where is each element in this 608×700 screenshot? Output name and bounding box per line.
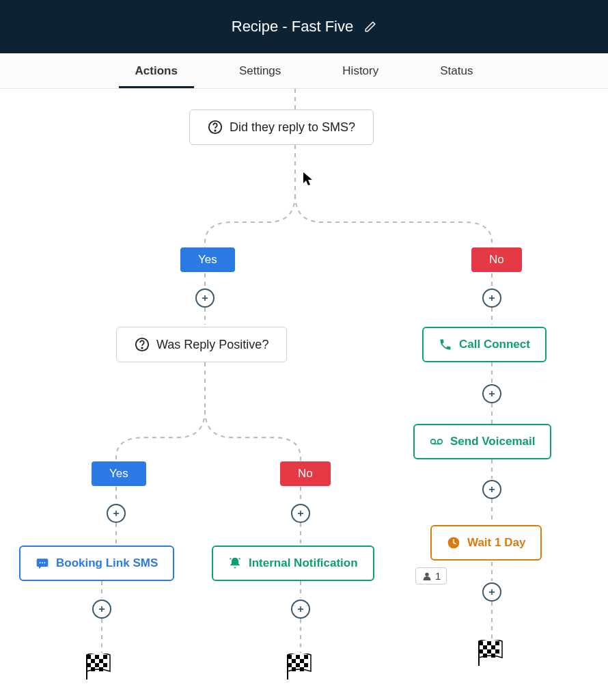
branch-no-1[interactable]: No <box>471 247 522 272</box>
svg-rect-22 <box>296 655 300 659</box>
action-wait-1-day[interactable]: Wait 1 Day <box>430 525 542 561</box>
add-button[interactable] <box>482 582 501 602</box>
add-button[interactable] <box>291 504 310 523</box>
add-button[interactable] <box>195 288 215 308</box>
svg-rect-37 <box>487 649 491 654</box>
decision-reply-sms[interactable]: Did they reply to SMS? <box>189 109 374 145</box>
cursor-icon <box>303 172 313 186</box>
clock-icon <box>447 536 460 550</box>
sms-icon <box>36 556 49 570</box>
svg-rect-23 <box>304 655 308 659</box>
svg-point-7 <box>425 572 428 576</box>
svg-rect-39 <box>483 654 487 658</box>
svg-rect-25 <box>300 659 304 663</box>
page-header: Recipe - Fast Five <box>0 0 608 53</box>
svg-rect-27 <box>296 663 300 667</box>
svg-point-4 <box>431 440 436 444</box>
svg-point-9 <box>42 562 43 563</box>
question-icon <box>208 120 223 135</box>
action-label: Send Voicemail <box>450 435 535 448</box>
tab-settings[interactable]: Settings <box>239 55 281 88</box>
svg-rect-24 <box>292 659 296 663</box>
decision-label: Was Reply Positive? <box>156 338 268 352</box>
action-internal-notification[interactable]: Internal Notification <box>212 546 374 581</box>
svg-rect-13 <box>103 655 107 659</box>
svg-rect-34 <box>483 645 487 649</box>
phone-icon <box>439 338 452 351</box>
svg-point-1 <box>215 130 215 131</box>
add-button[interactable] <box>92 600 111 619</box>
svg-rect-38 <box>495 649 499 654</box>
add-button[interactable] <box>107 504 126 523</box>
action-booking-link-sms[interactable]: Booking Link SMS <box>19 546 174 581</box>
branch-yes-1[interactable]: Yes <box>180 247 235 272</box>
svg-rect-35 <box>491 645 495 649</box>
finish-flag-icon <box>477 640 504 666</box>
action-label: Booking Link SMS <box>56 556 158 570</box>
person-count: 1 <box>435 570 441 582</box>
person-icon <box>422 571 432 582</box>
svg-rect-14 <box>91 659 95 663</box>
tab-bar: Actions Settings History Status <box>0 53 608 89</box>
action-call-connect[interactable]: Call Connect <box>422 327 547 362</box>
tab-status[interactable]: Status <box>440 55 473 88</box>
bell-icon <box>228 556 242 570</box>
decision-label: Did they reply to SMS? <box>230 120 355 135</box>
svg-rect-40 <box>491 654 495 658</box>
svg-point-5 <box>438 440 443 444</box>
svg-rect-32 <box>487 641 491 645</box>
tab-actions[interactable]: Actions <box>135 55 178 88</box>
svg-rect-15 <box>99 659 103 663</box>
svg-rect-29 <box>292 667 296 671</box>
svg-rect-28 <box>304 663 308 667</box>
svg-rect-20 <box>99 667 103 671</box>
action-label: Wait 1 Day <box>467 536 525 550</box>
add-button[interactable] <box>482 480 501 499</box>
svg-rect-12 <box>95 655 99 659</box>
finish-flag-icon <box>85 654 112 679</box>
add-button[interactable] <box>482 384 501 403</box>
svg-rect-33 <box>495 641 499 645</box>
question-icon <box>135 337 150 352</box>
voicemail-icon <box>430 435 443 448</box>
decision-reply-positive[interactable]: Was Reply Positive? <box>116 327 287 362</box>
svg-point-10 <box>44 562 45 563</box>
svg-rect-19 <box>91 667 95 671</box>
edit-icon[interactable] <box>364 21 376 33</box>
svg-rect-17 <box>95 663 99 667</box>
action-label: Call Connect <box>459 338 530 351</box>
svg-point-3 <box>141 347 142 348</box>
tab-history[interactable]: History <box>342 55 378 88</box>
svg-point-8 <box>40 562 41 563</box>
finish-flag-icon <box>286 654 313 679</box>
flow-canvas: Did they reply to SMS? Yes Was Reply Pos… <box>0 89 608 700</box>
action-send-voicemail[interactable]: Send Voicemail <box>413 424 551 459</box>
add-button[interactable] <box>291 600 310 619</box>
page-title: Recipe - Fast Five <box>232 18 354 36</box>
add-button[interactable] <box>482 288 501 308</box>
svg-rect-30 <box>300 667 304 671</box>
action-label: Internal Notification <box>249 556 358 570</box>
branch-no-2[interactable]: No <box>280 461 331 486</box>
svg-rect-18 <box>103 663 107 667</box>
person-count-badge[interactable]: 1 <box>415 567 447 584</box>
branch-yes-2[interactable]: Yes <box>92 461 146 486</box>
